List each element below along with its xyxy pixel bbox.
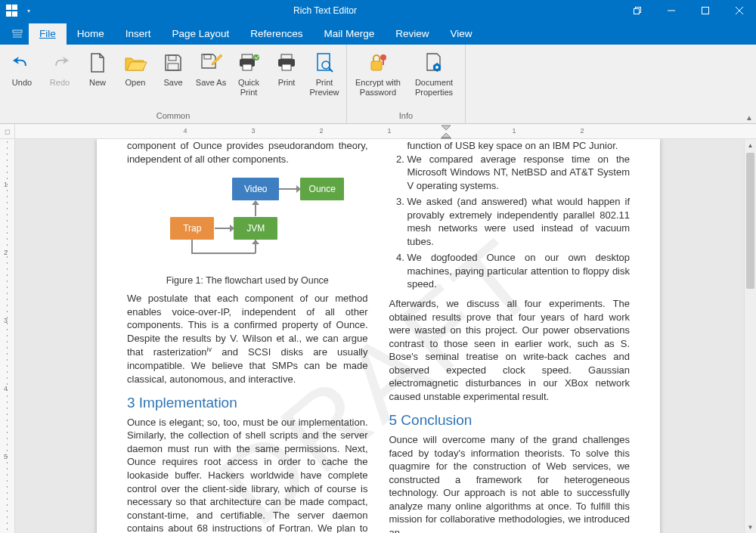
lock-key-icon xyxy=(367,51,389,75)
document-properties-button[interactable]: Document Properties xyxy=(407,48,460,97)
horizontal-ruler[interactable]: ◻ 4 3 2 1 1 2 xyxy=(0,124,756,139)
tab-review[interactable]: Review xyxy=(385,23,439,45)
save-as-button[interactable]: Save As xyxy=(194,48,228,88)
figure-caption[interactable]: Figure 1: The flowchart used by Ounce xyxy=(127,274,368,287)
svg-rect-12 xyxy=(242,54,253,59)
save-as-icon xyxy=(200,51,222,75)
save-icon xyxy=(163,51,183,75)
title-bar: ▾ Rich Text Editor xyxy=(0,0,756,21)
new-button[interactable]: New xyxy=(80,48,115,88)
svg-point-26 xyxy=(435,66,438,69)
scroll-up-arrow[interactable]: ▲ xyxy=(745,139,756,151)
maximize-button[interactable] xyxy=(688,0,722,21)
ordered-list: We compared average response time on the… xyxy=(389,153,631,291)
redo-icon xyxy=(49,51,70,75)
svg-rect-6 xyxy=(13,30,22,33)
flowchart-arrow xyxy=(279,188,297,190)
paragraph[interactable]: component of Ounce provides pseudorandom… xyxy=(127,139,368,166)
paragraph[interactable]: Ounce is elegant; so, too, must be our i… xyxy=(127,416,368,533)
quick-print-button[interactable]: Quick Print xyxy=(231,48,266,97)
ribbon-display-options[interactable] xyxy=(6,23,29,45)
collapse-ribbon-icon[interactable]: ▲ xyxy=(745,113,753,122)
svg-rect-3 xyxy=(702,8,708,14)
column-left: component of Ounce provides pseudorandom… xyxy=(127,139,368,533)
svg-rect-10 xyxy=(168,64,178,70)
undo-button[interactable]: Undo xyxy=(5,48,39,88)
scroll-down-arrow[interactable]: ▼ xyxy=(745,521,756,533)
column-right: function of USB key space on an IBM PC J… xyxy=(389,139,631,533)
print-preview-icon xyxy=(314,51,334,75)
ruler-corner-icon[interactable]: ◻ xyxy=(0,124,15,138)
paragraph[interactable]: Ounce will overcome many of the grand ch… xyxy=(389,433,631,533)
document-page: DRAFT component of Ounce provides pseudo… xyxy=(97,139,660,533)
svg-rect-11 xyxy=(204,54,211,59)
quick-print-icon xyxy=(238,51,259,75)
tab-mail-merge[interactable]: Mail Merge xyxy=(313,23,385,45)
svg-point-23 xyxy=(380,54,386,60)
tab-view[interactable]: View xyxy=(439,23,482,45)
save-button[interactable]: Save xyxy=(156,48,191,88)
new-document-icon xyxy=(88,51,107,75)
indent-marker-icon[interactable] xyxy=(438,124,454,141)
window-title: Rich Text Editor xyxy=(30,5,620,16)
svg-rect-24 xyxy=(383,60,384,65)
svg-rect-22 xyxy=(371,61,382,70)
print-icon xyxy=(276,51,297,75)
svg-rect-16 xyxy=(281,54,292,59)
flowchart-node-trap: Trap xyxy=(170,217,214,240)
ribbon: Undo Redo New Open Save Save As xyxy=(0,45,756,124)
svg-rect-14 xyxy=(243,64,252,70)
close-button[interactable] xyxy=(722,0,756,21)
tab-page-layout[interactable]: Page Layout xyxy=(162,23,240,45)
list-item[interactable]: We compared average response time on the… xyxy=(407,153,631,193)
encrypt-password-button[interactable]: Encrypt with Password xyxy=(352,48,404,97)
ribbon-group-common-label: Common xyxy=(5,110,342,122)
paragraph[interactable]: We postulate that each component of our … xyxy=(127,292,368,386)
figure-1: Video Ounce Trap JVM xyxy=(127,173,368,287)
app-icon xyxy=(6,5,18,17)
ribbon-group-info-label: Info xyxy=(352,110,460,122)
flowchart: Video Ounce Trap JVM xyxy=(149,173,345,271)
heading-conclusion[interactable]: 5 Conclusion xyxy=(389,411,631,430)
print-preview-button[interactable]: Print Preview xyxy=(307,48,342,97)
ribbon-tabstrip: File Home Insert Page Layout References … xyxy=(0,21,756,45)
open-folder-icon xyxy=(124,51,147,75)
scrollbar-thumb[interactable] xyxy=(746,153,754,289)
svg-rect-18 xyxy=(282,64,291,70)
flowchart-node-video: Video xyxy=(232,178,279,200)
flowchart-node-ounce: Ounce xyxy=(300,178,344,200)
svg-point-20 xyxy=(322,61,330,69)
tab-insert[interactable]: Insert xyxy=(115,23,162,45)
restore-down-icon[interactable] xyxy=(620,0,654,21)
flowchart-node-jvm: JVM xyxy=(234,217,277,240)
document-properties-icon xyxy=(424,51,444,75)
heading-implementation[interactable]: 3 Implementation xyxy=(127,393,368,413)
print-button[interactable]: Print xyxy=(269,48,304,88)
svg-rect-9 xyxy=(169,55,176,60)
svg-rect-1 xyxy=(634,9,639,14)
paragraph[interactable]: Afterwards, we discuss all four experime… xyxy=(389,297,631,403)
list-item[interactable]: We asked (and answered) what would happe… xyxy=(407,195,631,248)
minimize-button[interactable] xyxy=(654,0,688,21)
list-item-continuation[interactable]: function of USB key space on an IBM PC J… xyxy=(389,139,631,153)
open-button[interactable]: Open xyxy=(118,48,153,88)
tab-file[interactable]: File xyxy=(29,23,67,45)
vertical-ruler[interactable]: 1 2 3 4 5 xyxy=(0,139,15,533)
undo-icon xyxy=(11,51,33,75)
redo-button[interactable]: Redo xyxy=(42,48,77,88)
tab-home[interactable]: Home xyxy=(67,23,115,45)
tab-references[interactable]: References xyxy=(240,23,313,45)
list-item[interactable]: We dogfooded Ounce on our own desktop ma… xyxy=(407,251,631,291)
vertical-scrollbar[interactable]: ▲ ▼ xyxy=(744,139,756,533)
document-workspace[interactable]: 1 2 3 4 5 DRAFT component of Ounce provi… xyxy=(0,139,756,533)
